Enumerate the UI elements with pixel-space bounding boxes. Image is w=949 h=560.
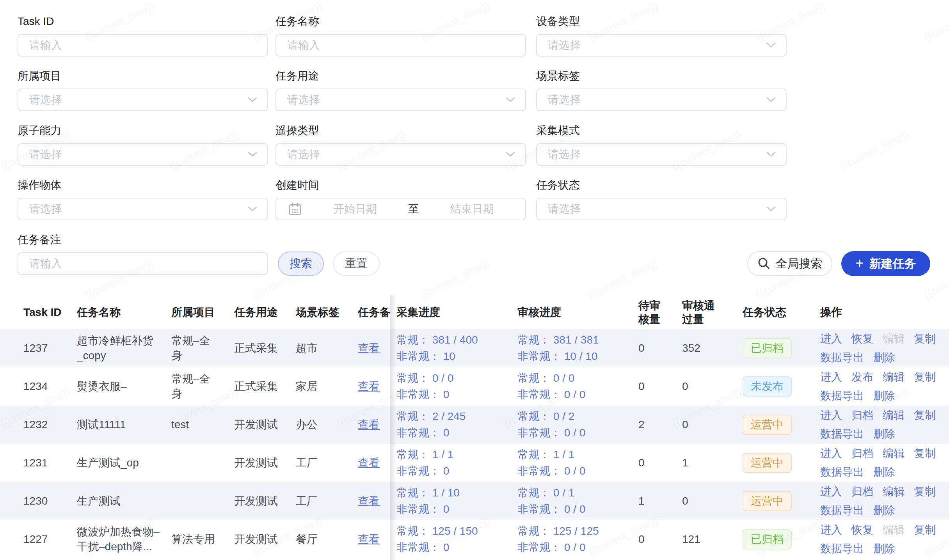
chevron-down-icon: [506, 97, 515, 103]
cell-review-progress: 常规： 0 / 1非常规： 0 / 0: [517, 485, 638, 517]
op-edit-link[interactable]: 编辑: [883, 408, 905, 423]
filter-task-status: 任务状态 请选择: [536, 179, 787, 220]
op-delete-link[interactable]: 删除: [873, 503, 895, 518]
cell-review-progress: 常规： 381 / 381非常规： 10 / 10: [517, 332, 638, 365]
op-restore-link[interactable]: 恢复: [851, 523, 873, 537]
op-edit-link[interactable]: 编辑: [883, 484, 905, 499]
view-remark-link[interactable]: 查看: [358, 380, 380, 392]
status-badge: 未发布: [743, 376, 792, 397]
calendar-icon: [288, 202, 302, 216]
status-badge: 运营中: [743, 415, 792, 435]
op-export-link[interactable]: 数据导出: [820, 541, 864, 556]
cell-remark: 查看: [358, 379, 396, 394]
start-date-placeholder[interactable]: 开始日期: [302, 202, 408, 216]
collect-mode-select[interactable]: 请选择: [536, 143, 787, 166]
table-row: 1237 超市冷鲜柜补货_copy 常规–全身 正式采集 超市 查看 常规： 3…: [0, 329, 949, 367]
op-copy-link[interactable]: 复制: [914, 370, 936, 385]
purpose-select[interactable]: 请选择: [275, 89, 526, 111]
filter-scene-tag: 场景标签 请选择: [536, 69, 787, 111]
op-copy-link[interactable]: 复制: [914, 446, 936, 461]
op-export-link[interactable]: 数据导出: [820, 388, 864, 403]
device-type-select[interactable]: 请选择: [536, 34, 787, 57]
table-row: 1232 测试11111 test 开发测试 办公 查看 常规： 2 / 245…: [0, 406, 949, 444]
task-id-input[interactable]: [18, 39, 267, 51]
cell-scene: 家居: [296, 379, 358, 394]
cell-task-id: 1232: [23, 418, 77, 431]
filter-label: 原子能力: [18, 124, 268, 137]
status-badge: 运营中: [743, 453, 792, 473]
task-status-select[interactable]: 请选择: [536, 198, 787, 220]
table-body: 1237 超市冷鲜柜补货_copy 常规–全身 正式采集 超市 查看 常规： 3…: [0, 329, 949, 558]
op-export-link[interactable]: 数据导出: [820, 465, 864, 480]
op-delete-link[interactable]: 删除: [873, 350, 895, 365]
op-delete-link[interactable]: 删除: [873, 427, 895, 441]
op-archive-link[interactable]: 归档: [851, 484, 873, 499]
view-remark-link[interactable]: 查看: [358, 457, 380, 469]
op-enter-link[interactable]: 进入: [820, 331, 842, 346]
op-publish-link[interactable]: 发布: [851, 370, 873, 385]
task-id-input-wrap: [18, 34, 268, 57]
op-copy-link[interactable]: 复制: [914, 408, 936, 423]
op-restore-link[interactable]: 恢复: [851, 331, 873, 346]
filter-task-name: 任务名称: [275, 15, 526, 57]
op-delete-link[interactable]: 删除: [873, 388, 895, 403]
op-enter-link[interactable]: 进入: [820, 484, 842, 499]
view-remark-link[interactable]: 查看: [358, 342, 380, 354]
cell-scene: 工厂: [296, 494, 358, 509]
cell-status: 未发布: [743, 376, 820, 397]
op-archive-link[interactable]: 归档: [851, 408, 873, 423]
op-delete-link[interactable]: 删除: [873, 541, 895, 556]
cell-operations: 进入归档编辑复制 数据导出删除: [820, 408, 949, 441]
scene-tag-select[interactable]: 请选择: [536, 89, 787, 111]
create-time-range-picker[interactable]: 开始日期 至 结束日期: [275, 198, 526, 220]
filter-label: 设备类型: [536, 15, 787, 28]
cell-collect-progress: 常规： 125 / 150非常规： 0: [396, 523, 517, 556]
op-delete-link[interactable]: 删除: [873, 465, 895, 480]
op-enter-link[interactable]: 进入: [820, 446, 842, 461]
object-select[interactable]: 请选择: [18, 198, 268, 220]
cell-purpose: 开发测试: [234, 417, 296, 432]
op-copy-link[interactable]: 复制: [914, 484, 936, 499]
filter-device-type: 设备类型 请选择: [536, 15, 787, 57]
op-export-link[interactable]: 数据导出: [820, 350, 864, 365]
cell-remark: 查看: [358, 341, 396, 356]
view-remark-link[interactable]: 查看: [358, 495, 380, 507]
end-date-placeholder[interactable]: 结束日期: [419, 202, 525, 216]
project-select[interactable]: 请选择: [18, 89, 268, 111]
reset-button[interactable]: 重置: [333, 252, 380, 276]
op-edit-link[interactable]: 编辑: [883, 370, 905, 385]
op-edit-link[interactable]: 编辑: [883, 446, 905, 461]
cell-remark: 查看: [358, 455, 396, 470]
teleop-type-select[interactable]: 请选择: [275, 143, 526, 166]
view-remark-link[interactable]: 查看: [358, 418, 380, 431]
cell-collect-progress: 常规： 381 / 400非常规： 10: [396, 332, 517, 365]
filter-label: 场景标签: [536, 69, 787, 83]
cell-operations: 进入恢复编辑复制 数据导出删除: [820, 523, 949, 556]
cell-review-progress: 常规： 1 / 1非常规： 0 / 0: [517, 447, 638, 479]
op-export-link[interactable]: 数据导出: [820, 503, 864, 518]
cell-operations: 进入归档编辑复制 数据导出删除: [820, 484, 949, 518]
op-copy-link[interactable]: 复制: [914, 523, 936, 537]
task-name-input[interactable]: [276, 39, 525, 51]
filter-task-remark: 任务备注: [18, 233, 268, 275]
task-remark-input[interactable]: [18, 257, 267, 270]
cell-collect-progress: 常规： 0 / 0非常规： 0: [396, 370, 517, 403]
col-status: 任务状态: [743, 305, 820, 320]
op-export-link[interactable]: 数据导出: [820, 427, 864, 441]
op-enter-link[interactable]: 进入: [820, 523, 842, 537]
op-enter-link[interactable]: 进入: [820, 408, 842, 423]
chevron-down-icon: [766, 97, 776, 103]
search-button[interactable]: 搜索: [278, 252, 324, 276]
cell-status: 运营中: [743, 453, 820, 473]
global-search-button[interactable]: 全局搜索: [747, 251, 832, 276]
cell-project: 常规–全身: [171, 372, 234, 401]
cell-review-passed: 0: [682, 380, 743, 393]
op-copy-link[interactable]: 复制: [914, 331, 936, 346]
op-enter-link[interactable]: 进入: [820, 370, 842, 385]
view-remark-link[interactable]: 查看: [358, 533, 380, 545]
op-edit-link: 编辑: [883, 523, 905, 537]
op-archive-link[interactable]: 归档: [851, 446, 873, 461]
atomic-ability-select[interactable]: 请选择: [18, 143, 268, 166]
filter-label: 创建时间: [275, 179, 526, 192]
create-task-button[interactable]: + 新建任务: [841, 251, 930, 276]
